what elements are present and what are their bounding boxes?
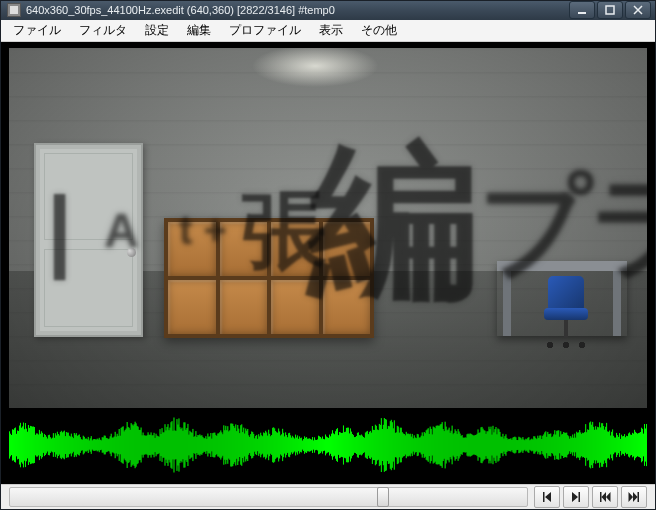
svg-rect-248 bbox=[254, 438, 255, 451]
menu-view[interactable]: 表示 bbox=[311, 20, 351, 41]
svg-rect-571 bbox=[576, 432, 577, 459]
svg-rect-486 bbox=[491, 435, 492, 456]
svg-rect-116 bbox=[123, 426, 124, 463]
menu-file[interactable]: ファイル bbox=[5, 20, 69, 41]
svg-rect-233 bbox=[239, 433, 240, 457]
svg-rect-489 bbox=[494, 429, 495, 461]
svg-rect-583 bbox=[588, 430, 589, 460]
go-first-button[interactable] bbox=[592, 486, 618, 508]
svg-rect-271 bbox=[277, 433, 278, 458]
svg-rect-151 bbox=[158, 436, 159, 454]
svg-rect-79 bbox=[86, 438, 87, 451]
menu-other[interactable]: その他 bbox=[353, 20, 405, 41]
svg-rect-204 bbox=[210, 433, 211, 457]
svg-rect-538 bbox=[543, 434, 544, 455]
svg-rect-384 bbox=[390, 421, 391, 469]
svg-rect-600 bbox=[605, 427, 606, 463]
svg-rect-586 bbox=[591, 425, 592, 466]
svg-rect-391 bbox=[397, 426, 398, 464]
svg-rect-587 bbox=[592, 422, 593, 468]
svg-rect-581 bbox=[586, 432, 587, 458]
svg-rect-356 bbox=[362, 436, 363, 455]
svg-rect-155 bbox=[162, 428, 163, 462]
svg-rect-34 bbox=[41, 431, 42, 458]
svg-rect-541 bbox=[546, 437, 547, 453]
menu-profile[interactable]: プロファイル bbox=[221, 20, 309, 41]
svg-rect-295 bbox=[301, 438, 302, 453]
svg-rect-521 bbox=[526, 439, 527, 450]
svg-rect-471 bbox=[477, 434, 478, 456]
svg-rect-119 bbox=[126, 428, 127, 461]
svg-rect-101 bbox=[108, 439, 109, 451]
svg-rect-5 bbox=[12, 429, 13, 460]
svg-rect-409 bbox=[415, 437, 416, 452]
svg-rect-22 bbox=[29, 428, 30, 462]
svg-rect-194 bbox=[200, 436, 201, 455]
svg-rect-545 bbox=[550, 433, 551, 456]
svg-rect-305 bbox=[311, 440, 312, 451]
svg-rect-135 bbox=[142, 435, 143, 455]
seek-slider[interactable] bbox=[9, 487, 528, 507]
video-preview[interactable]: | A t + 張 編 プラ bbox=[9, 48, 647, 408]
step-back-button[interactable] bbox=[534, 486, 560, 508]
svg-rect-518 bbox=[523, 439, 524, 450]
svg-rect-588 bbox=[593, 427, 594, 463]
svg-rect-12 bbox=[19, 425, 20, 464]
svg-rect-463 bbox=[469, 434, 470, 455]
svg-rect-258 bbox=[264, 433, 265, 457]
close-button[interactable] bbox=[625, 1, 651, 19]
svg-rect-55 bbox=[62, 432, 63, 457]
svg-rect-253 bbox=[259, 436, 260, 453]
maximize-button[interactable] bbox=[597, 1, 623, 19]
svg-rect-637 bbox=[642, 429, 643, 461]
step-forward-button[interactable] bbox=[563, 486, 589, 508]
svg-rect-83 bbox=[90, 438, 91, 451]
svg-rect-173 bbox=[179, 427, 180, 463]
svg-rect-45 bbox=[52, 438, 53, 453]
svg-rect-533 bbox=[538, 438, 539, 452]
svg-rect-507 bbox=[512, 438, 513, 453]
titlebar[interactable]: 640x360_30fps_44100Hz.exedit (640,360) [… bbox=[1, 1, 655, 20]
svg-rect-611 bbox=[616, 433, 617, 457]
svg-rect-316 bbox=[322, 436, 323, 453]
svg-rect-139 bbox=[146, 436, 147, 454]
svg-rect-172 bbox=[178, 418, 179, 471]
svg-rect-23 bbox=[30, 426, 31, 464]
svg-rect-292 bbox=[298, 439, 299, 451]
svg-rect-376 bbox=[382, 429, 383, 461]
svg-rect-56 bbox=[63, 431, 64, 458]
svg-rect-315 bbox=[321, 438, 322, 451]
svg-rect-625 bbox=[630, 434, 631, 455]
menu-edit[interactable]: 編集 bbox=[179, 20, 219, 41]
menu-filter[interactable]: フィルタ bbox=[71, 20, 135, 41]
svg-rect-317 bbox=[323, 439, 324, 451]
svg-rect-206 bbox=[212, 433, 213, 457]
svg-rect-618 bbox=[623, 436, 624, 454]
seek-thumb[interactable] bbox=[377, 487, 389, 507]
svg-rect-302 bbox=[308, 439, 309, 452]
waveform-svg bbox=[9, 412, 647, 478]
svg-rect-445 bbox=[451, 431, 452, 460]
svg-rect-527 bbox=[532, 439, 533, 450]
svg-rect-443 bbox=[449, 428, 450, 463]
go-last-button[interactable] bbox=[621, 486, 647, 508]
svg-rect-42 bbox=[49, 435, 50, 456]
menu-settings[interactable]: 設定 bbox=[137, 20, 177, 41]
svg-rect-399 bbox=[405, 435, 406, 454]
svg-rect-472 bbox=[478, 429, 479, 460]
svg-rect-230 bbox=[236, 431, 237, 459]
window-controls bbox=[569, 1, 651, 19]
audio-waveform[interactable] bbox=[9, 412, 647, 478]
svg-rect-543 bbox=[548, 434, 549, 456]
svg-rect-516 bbox=[521, 439, 522, 450]
svg-rect-323 bbox=[329, 435, 330, 456]
svg-rect-505 bbox=[510, 438, 511, 451]
svg-rect-99 bbox=[106, 438, 107, 452]
svg-rect-28 bbox=[35, 435, 36, 456]
svg-rect-279 bbox=[285, 432, 286, 457]
svg-rect-39 bbox=[46, 437, 47, 454]
minimize-button[interactable] bbox=[569, 1, 595, 19]
svg-rect-425 bbox=[431, 429, 432, 461]
svg-rect-519 bbox=[524, 440, 525, 450]
scene-door-knob bbox=[127, 248, 136, 257]
